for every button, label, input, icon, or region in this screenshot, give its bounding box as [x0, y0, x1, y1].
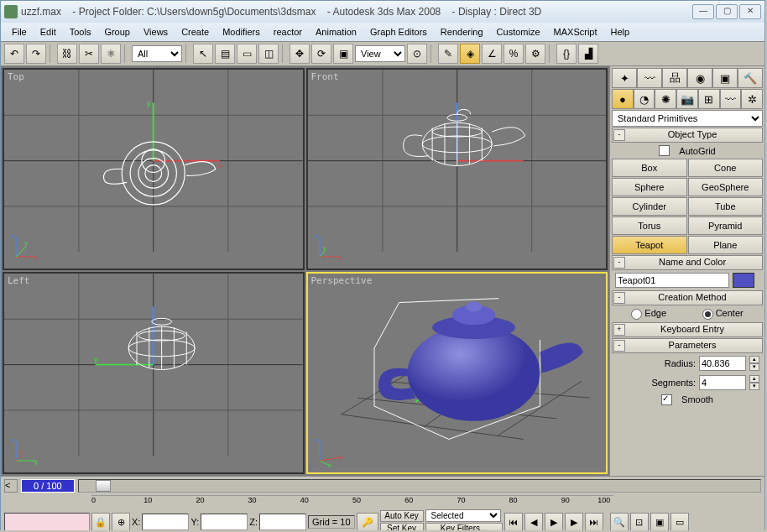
menu-animation[interactable]: Animation [310, 25, 363, 39]
maximize-button[interactable]: ▢ [716, 4, 738, 19]
percent-snap-button[interactable]: % [504, 44, 524, 64]
subtab-cameras[interactable]: 📷 [676, 89, 698, 109]
primitive-cone[interactable]: Cone [688, 159, 764, 177]
tab-hierarchy[interactable]: 品 [662, 68, 687, 88]
goto-end-button[interactable]: ⏭ [585, 513, 603, 530]
segments-input[interactable] [699, 375, 746, 390]
subtab-lights[interactable]: ✺ [655, 89, 676, 109]
menu-help[interactable]: Help [605, 25, 636, 39]
primitive-plane[interactable]: Plane [688, 236, 764, 254]
mirror-button[interactable]: ▟ [578, 44, 598, 64]
scale-button[interactable]: ▣ [333, 44, 353, 64]
refcoord-dropdown[interactable]: View [355, 45, 405, 62]
primitive-geosphere[interactable]: GeoSphere [688, 178, 764, 196]
subtab-shapes[interactable]: ◔ [634, 89, 655, 109]
select-region-button[interactable]: ▭ [237, 44, 257, 64]
primitive-pyramid[interactable]: Pyramid [688, 216, 764, 235]
tab-display[interactable]: ▣ [712, 68, 738, 88]
rollout-parameters[interactable]: -Parameters [612, 338, 763, 353]
time-slider[interactable] [78, 479, 761, 493]
subtab-spacewarps[interactable]: 〰 [720, 89, 742, 109]
manipulate-button[interactable]: ✎ [438, 44, 458, 64]
edge-radio[interactable] [631, 309, 642, 320]
undo-button[interactable]: ↶ [4, 44, 24, 64]
radius-input[interactable] [699, 356, 746, 371]
autogrid-checkbox[interactable] [659, 145, 670, 156]
menu-create[interactable]: Create [175, 25, 215, 39]
keyfilters-button[interactable]: Key Filters... [425, 523, 503, 530]
tab-utilities[interactable]: 🔨 [738, 68, 763, 88]
smooth-checkbox[interactable] [661, 394, 672, 405]
y-input[interactable] [201, 514, 248, 530]
z-input[interactable] [259, 514, 306, 530]
center-button[interactable]: ⊙ [407, 44, 427, 64]
selection-filter-dropdown[interactable]: All [132, 45, 182, 62]
menu-modifiers[interactable]: Modifiers [217, 25, 266, 39]
primitive-sphere[interactable]: Sphere [612, 178, 687, 196]
viewport-front[interactable]: Front zxy [306, 68, 608, 270]
primitive-cylinder[interactable]: Cylinder [612, 197, 687, 216]
tab-create[interactable]: ✦ [612, 68, 637, 88]
category-dropdown[interactable]: Standard Primitives [612, 110, 763, 127]
rollout-keyboardentry[interactable]: +Keyboard Entry [612, 322, 763, 337]
rollout-objecttype[interactable]: -Object Type [612, 128, 763, 143]
setkey-button[interactable]: Set Key [380, 523, 424, 531]
rollout-namecolor[interactable]: -Name and Color [612, 255, 763, 270]
menu-edit[interactable]: Edit [34, 25, 62, 39]
key-icon[interactable]: 🔑 [357, 513, 378, 530]
viewport-top[interactable]: Top x y zxy [3, 68, 305, 270]
primitive-teapot[interactable]: Teapot [612, 236, 687, 254]
prev-frame-button[interactable]: ◀ [524, 513, 543, 530]
object-name-input[interactable] [615, 273, 729, 288]
viewport-left[interactable]: Left y zyx [3, 272, 305, 474]
viewport-perspective[interactable]: Perspective zxy [306, 272, 608, 474]
primitive-tube[interactable]: Tube [688, 197, 764, 216]
zoom-button[interactable]: 🔍 [610, 513, 629, 530]
menu-reactor[interactable]: reactor [268, 25, 308, 39]
object-color-swatch[interactable] [733, 273, 754, 288]
menu-views[interactable]: Views [138, 25, 174, 39]
menu-tools[interactable]: Tools [64, 25, 97, 39]
abs-rel-button[interactable]: ⊕ [112, 513, 130, 530]
rollout-creationmethod[interactable]: -Creation Method [612, 290, 763, 305]
menu-customize[interactable]: Customize [491, 25, 546, 39]
primitive-box[interactable]: Box [612, 159, 687, 177]
named-sets-button[interactable]: {} [556, 44, 577, 64]
angle-snap-button[interactable]: ∠ [482, 44, 502, 64]
zoom-extents-button[interactable]: ▣ [650, 513, 669, 530]
center-radio[interactable] [702, 309, 713, 320]
autokey-button[interactable]: Auto Key [380, 510, 424, 522]
primitive-torus[interactable]: Torus [612, 216, 687, 235]
zoom-all-button[interactable]: ⊡ [630, 513, 649, 530]
menu-grapheditors[interactable]: Graph Editors [364, 25, 433, 39]
unlink-button[interactable]: ✂ [79, 44, 99, 64]
menu-file[interactable]: File [6, 25, 33, 39]
keymode-dropdown[interactable]: Selected [425, 509, 501, 522]
select-button[interactable]: ↖ [193, 44, 213, 64]
lock-button[interactable]: 🔒 [91, 513, 110, 530]
close-button[interactable]: ✕ [739, 4, 761, 19]
minimize-button[interactable]: — [692, 4, 714, 19]
play-button[interactable]: ▶ [545, 513, 563, 530]
rotate-button[interactable]: ⟳ [311, 44, 331, 64]
menu-maxscript[interactable]: MAXScript [548, 25, 603, 39]
snap-toggle[interactable]: ◈ [460, 44, 480, 64]
tab-modify[interactable]: 〰 [637, 68, 662, 88]
next-frame-button[interactable]: ▶ [565, 513, 583, 530]
bind-button[interactable]: ⚛ [101, 44, 121, 64]
zoom-region-button[interactable]: ▭ [670, 513, 689, 530]
link-button[interactable]: ⛓ [57, 44, 77, 64]
timeline-expand[interactable]: < [4, 479, 18, 493]
goto-start-button[interactable]: ⏮ [504, 513, 523, 530]
menu-rendering[interactable]: Rendering [435, 25, 489, 39]
spinner-snap-button[interactable]: ⚙ [525, 44, 545, 64]
segments-spinner[interactable]: ▴▾ [749, 375, 759, 390]
radius-spinner[interactable]: ▴▾ [749, 356, 759, 371]
subtab-geometry[interactable]: ● [612, 89, 634, 109]
tab-motion[interactable]: ◉ [687, 68, 712, 88]
move-button[interactable]: ✥ [290, 44, 310, 64]
window-crossing-button[interactable]: ◫ [258, 44, 279, 64]
redo-button[interactable]: ↷ [26, 44, 46, 64]
x-input[interactable] [142, 514, 189, 530]
subtab-systems[interactable]: ✲ [741, 89, 763, 109]
